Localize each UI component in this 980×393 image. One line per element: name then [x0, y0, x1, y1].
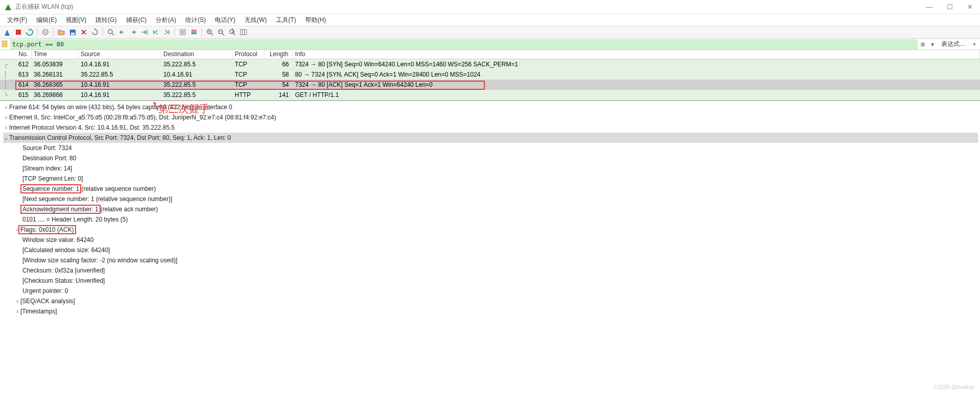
goto-icon[interactable]	[139, 27, 150, 37]
filter-bar: ⊗ ▾ 表达式… ＋	[0, 39, 980, 50]
col-destination[interactable]: Destination	[161, 50, 233, 59]
filter-clear-icon[interactable]: ⊗	[918, 41, 928, 48]
detail-hdrlen[interactable]: 0101 .... = Header Length: 20 bytes (5)	[22, 214, 978, 225]
reload-icon[interactable]	[90, 27, 100, 37]
zoom-in-icon[interactable]	[205, 27, 215, 37]
packet-row[interactable]: │61336.26813135.222.85.510.4.16.91TCP588…	[0, 69, 980, 80]
col-protocol[interactable]: Protocol	[233, 50, 264, 59]
svg-rect-30	[2, 41, 7, 47]
detail-nextseq[interactable]: [Next sequence number: 1 (relative seque…	[22, 194, 978, 204]
menubar: 文件(F) 编辑(E) 视图(V) 跳转(G) 捕获(C) 分析(A) 统计(S…	[0, 14, 980, 26]
window-title: 正在捕获 WLAN (tcp)	[15, 3, 73, 11]
svg-rect-4	[71, 33, 75, 35]
expand-icon[interactable]: ›	[14, 298, 20, 305]
resize-columns-icon[interactable]	[238, 27, 249, 37]
toolbar: 1	[0, 26, 980, 39]
detail-flags[interactable]: ›Flags: 0x010 (ACK)	[14, 225, 978, 235]
packet-row[interactable]: │61436.26836510.4.16.9135.222.85.5TCP547…	[0, 80, 980, 90]
annotation-text: 第三次握手	[158, 102, 209, 116]
packet-row[interactable]: ┌61236.05383910.4.16.9135.222.85.5TCP667…	[0, 59, 980, 69]
prev-icon[interactable]	[117, 27, 127, 37]
stop-capture-icon[interactable]	[13, 27, 23, 37]
filter-dropdown-icon[interactable]: ▾	[928, 41, 937, 48]
detail-ethernet[interactable]: ›Ethernet II, Src: IntelCor_a5:75:d5 (00…	[3, 112, 978, 122]
detail-checksum[interactable]: Checksum: 0xf32a [unverified]	[22, 265, 978, 276]
col-source[interactable]: Source	[79, 50, 161, 59]
menu-capture[interactable]: 捕获(C)	[122, 15, 151, 26]
packet-list-body[interactable]: ┌61236.05383910.4.16.9135.222.85.5TCP667…	[0, 59, 980, 100]
last-icon[interactable]	[162, 27, 172, 37]
toolbar-separator	[37, 28, 38, 37]
col-info[interactable]: Info	[293, 50, 980, 59]
restart-capture-icon[interactable]	[24, 27, 35, 37]
col-time[interactable]: Time	[32, 50, 79, 59]
detail-ack[interactable]: Acknowledgment number: 1 (relative ack n…	[22, 204, 978, 214]
minimize-button[interactable]: —	[926, 3, 933, 11]
detail-dst-port[interactable]: Destination Port: 80	[22, 153, 978, 163]
collapse-icon[interactable]: ⌄	[3, 134, 9, 141]
app-icon	[4, 3, 12, 11]
col-length[interactable]: Length	[264, 50, 293, 59]
detail-frame[interactable]: ›Frame 614: 54 bytes on wire (432 bits),…	[3, 102, 978, 112]
menu-help[interactable]: 帮助(H)	[301, 15, 330, 26]
svg-rect-0	[16, 30, 21, 35]
expand-icon[interactable]: ›	[3, 104, 9, 111]
menu-wireless[interactable]: 无线(W)	[240, 15, 271, 26]
expand-icon[interactable]: ›	[3, 124, 9, 131]
packet-row[interactable]: └61536.26986810.4.16.9135.222.85.5HTTP14…	[0, 90, 980, 100]
find-icon[interactable]	[106, 27, 116, 37]
toolbar-separator	[103, 28, 103, 37]
detail-src-port[interactable]: Source Port: 7324	[22, 143, 978, 153]
colorize-icon[interactable]	[189, 27, 199, 37]
expand-icon[interactable]: ›	[3, 114, 9, 121]
detail-urgent[interactable]: Urgent pointer: 0	[22, 286, 978, 296]
svg-rect-14	[191, 30, 197, 31]
close-button[interactable]: ✕	[967, 3, 973, 11]
autoscroll-icon[interactable]	[178, 27, 188, 37]
titlebar: 正在捕获 WLAN (tcp) — ☐ ✕	[0, 0, 980, 14]
detail-timestamps[interactable]: ›[Timestamps]	[14, 306, 978, 316]
expand-icon[interactable]: ›	[14, 308, 20, 315]
col-no[interactable]: No.	[0, 50, 32, 59]
detail-winscale[interactable]: [Window size scaling factor: -2 (no wind…	[22, 255, 978, 265]
detail-seglen[interactable]: [TCP Segment Len: 0]	[22, 174, 978, 184]
menu-tools[interactable]: 工具(T)	[272, 15, 300, 26]
detail-checksum-status[interactable]: [Checksum Status: Unverified]	[22, 276, 978, 286]
maximize-button[interactable]: ☐	[947, 3, 953, 11]
menu-view[interactable]: 视图(V)	[62, 15, 90, 26]
menu-goto[interactable]: 跳转(G)	[91, 15, 120, 26]
detail-seq[interactable]: Sequence number: 1 (relative sequence nu…	[22, 184, 978, 194]
toolbar-separator	[53, 28, 54, 37]
packet-details-pane[interactable]: ›Frame 614: 54 bytes on wire (432 bits),…	[0, 100, 980, 321]
filter-add-icon[interactable]: ＋	[970, 40, 979, 48]
start-capture-icon[interactable]	[2, 27, 12, 37]
menu-statistics[interactable]: 统计(S)	[181, 15, 210, 26]
filter-bookmark-icon[interactable]	[1, 40, 9, 48]
next-icon[interactable]	[128, 27, 138, 37]
menu-analyze[interactable]: 分析(A)	[152, 15, 180, 26]
zoom-reset-icon[interactable]: 1	[227, 27, 237, 37]
close-file-icon[interactable]	[79, 27, 89, 37]
menu-edit[interactable]: 编辑(E)	[32, 15, 61, 26]
first-icon[interactable]	[151, 27, 161, 37]
open-icon[interactable]	[56, 27, 66, 37]
menu-file[interactable]: 文件(F)	[3, 15, 31, 26]
menu-telephone[interactable]: 电话(Y)	[211, 15, 239, 26]
svg-rect-15	[191, 31, 197, 33]
detail-seqack-analysis[interactable]: ›[SEQ/ACK analysis]	[14, 296, 978, 306]
filter-expression-label[interactable]: 表达式…	[937, 40, 970, 48]
detail-winsize[interactable]: Window size value: 64240	[22, 235, 978, 245]
toolbar-separator	[202, 28, 202, 37]
packet-column-header[interactable]: No. Time Source Destination Protocol Len…	[0, 50, 980, 59]
detail-stream[interactable]: [Stream index: 14]	[22, 163, 978, 174]
save-icon[interactable]	[67, 27, 78, 37]
options-icon[interactable]	[40, 27, 51, 37]
svg-rect-27	[240, 30, 247, 35]
svg-point-2	[45, 32, 46, 33]
zoom-out-icon[interactable]	[216, 27, 226, 37]
detail-ip[interactable]: ›Internet Protocol Version 4, Src: 10.4.…	[3, 122, 978, 133]
detail-tcp[interactable]: ⌄Transmission Control Protocol, Src Port…	[3, 133, 978, 143]
detail-calcwin[interactable]: [Calculated window size: 64240]	[22, 245, 978, 255]
display-filter-input[interactable]	[10, 39, 918, 50]
toolbar-separator	[175, 28, 175, 37]
